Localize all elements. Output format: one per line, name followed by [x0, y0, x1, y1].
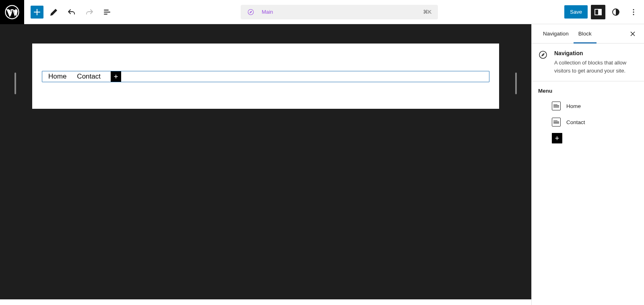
shortcut-hint: ⌘K [423, 9, 432, 15]
compass-icon [247, 8, 254, 16]
save-button[interactable]: Save [564, 5, 588, 19]
document-bar[interactable]: Main ⌘K [241, 5, 438, 19]
navigation-block[interactable]: Home Contact [42, 71, 489, 82]
redo-button [82, 5, 97, 19]
wordpress-logo[interactable] [0, 0, 24, 24]
menu-panel-title: Menu [538, 88, 638, 94]
sidebar-tabs: Navigation Block [532, 24, 644, 44]
menu-item-contact[interactable]: Contact [552, 116, 638, 128]
styles-button[interactable] [609, 5, 623, 19]
tab-navigation[interactable]: Navigation [538, 24, 574, 44]
nav-block-appender[interactable] [111, 71, 121, 82]
page-icon [552, 102, 561, 110]
nav-link-contact[interactable]: Contact [72, 73, 106, 81]
menu-add-item[interactable] [552, 133, 638, 144]
page-icon [552, 118, 561, 127]
svg-point-6 [633, 9, 634, 10]
options-menu-button[interactable] [626, 5, 641, 19]
menu-item-home[interactable]: Home [552, 100, 638, 112]
svg-point-8 [633, 14, 634, 15]
menu-panel: Menu Home Contact [532, 81, 644, 150]
undo-button[interactable] [64, 5, 79, 19]
menu-item-label: Home [566, 103, 581, 109]
settings-sidebar: Navigation Block Navigation A collection… [531, 24, 644, 305]
edit-tool-button[interactable] [47, 5, 61, 19]
block-card: Navigation A collection of blocks that a… [532, 44, 644, 81]
nav-link-home[interactable]: Home [43, 73, 72, 81]
tab-block[interactable]: Block [574, 24, 597, 44]
top-toolbar: Main ⌘K Save [0, 0, 644, 24]
resize-handle-right[interactable] [515, 73, 517, 94]
svg-point-7 [633, 11, 634, 12]
document-title: Main [258, 9, 419, 15]
document-overview-button[interactable] [100, 5, 114, 19]
svg-point-9 [539, 51, 547, 58]
compass-icon [538, 50, 548, 60]
block-inserter-button[interactable] [31, 6, 43, 19]
block-description: A collection of blocks that allow visito… [554, 59, 638, 75]
block-title: Navigation [554, 50, 638, 56]
settings-panel-toggle[interactable] [591, 5, 605, 19]
editor-canvas[interactable]: Home Contact [32, 44, 499, 109]
plus-icon [552, 133, 562, 143]
svg-point-1 [248, 9, 254, 15]
menu-item-label: Contact [566, 119, 585, 125]
svg-rect-4 [599, 9, 601, 15]
resize-handle-left[interactable] [14, 73, 16, 94]
editor-canvas-area: Home Contact [0, 24, 531, 305]
close-sidebar-button[interactable] [628, 29, 638, 39]
